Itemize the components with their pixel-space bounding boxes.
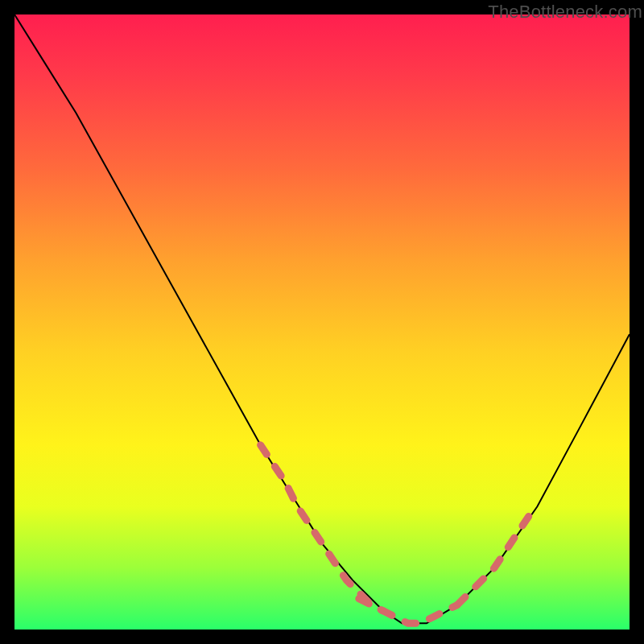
- plot-area: [14, 14, 630, 630]
- highlight-dashes-bottom: [359, 599, 457, 624]
- chart-svg: [14, 14, 630, 630]
- dash-layer: [261, 445, 531, 624]
- main-curve: [14, 14, 630, 623]
- watermark-text: TheBottleneck.com: [488, 2, 642, 23]
- curve-layer: [14, 14, 630, 623]
- highlight-dashes-right: [457, 513, 531, 605]
- chart-frame: TheBottleneck.com: [0, 0, 644, 644]
- highlight-dashes-left: [261, 445, 384, 611]
